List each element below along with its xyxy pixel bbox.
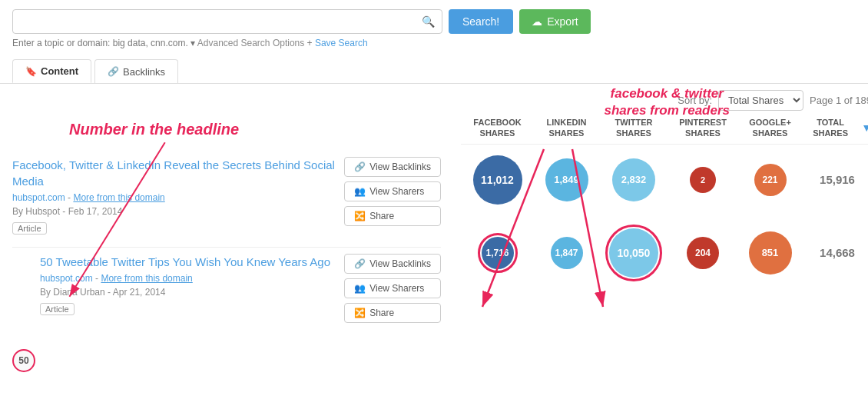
view-sharers-button[interactable]: 👥 View Sharers (344, 278, 441, 298)
total-share-value: 15,916 (820, 173, 855, 186)
view-backlinks-button[interactable]: 🔗 View Backlinks (344, 254, 441, 274)
data-row: 11,012 1,849 2,832 2 221 15,916 (461, 151, 868, 209)
article-domain[interactable]: hubspot.com (12, 192, 65, 203)
search-input[interactable]: hubspot.com (12, 9, 442, 34)
article-byline: By Diana Urban - Apr 21, 2014 (40, 287, 336, 298)
share-button[interactable]: 🔀 Share (344, 206, 441, 226)
more-from-domain-link[interactable]: More from this domain (73, 192, 164, 203)
search-button[interactable]: Search! (449, 9, 513, 34)
col-header-total: TOTAL SHARES ▼ (803, 117, 868, 139)
facebook-highlight-ring: 1,716 (478, 233, 518, 273)
share-icon: 🔀 (354, 308, 366, 318)
advanced-search-link[interactable]: Advanced Search Options (197, 38, 304, 48)
sort-arrow-icon: ▼ (861, 121, 868, 135)
facebook-share-circle: 1,716 (482, 237, 514, 269)
tab-content[interactable]: 🔖 Content (12, 59, 91, 83)
page-info: Page 1 of 189 (810, 95, 868, 106)
pinterest-share-circle: 204 (687, 237, 719, 269)
article-row: Facebook, Twitter & LinkedIn Reveal the … (12, 92, 441, 235)
total-share-value: 14,668 (820, 246, 855, 259)
search-hint: Enter a topic or domain: big data, cnn.c… (12, 38, 188, 48)
facebook-share-circle: 11,012 (473, 155, 522, 205)
article-title[interactable]: Facebook, Twitter & LinkedIn Reveal the … (12, 157, 336, 189)
sort-label: Sort by: (678, 95, 712, 106)
search-icon: 🔍 (422, 15, 435, 28)
col-header-googleplus: GOOGLE+SHARES (737, 117, 803, 139)
pinterest-share-circle: 2 (690, 167, 716, 193)
sharers-icon: 👥 (354, 186, 366, 197)
data-row: 1,716 1,847 10,050 204 851 14,668 (461, 220, 868, 286)
view-backlinks-button[interactable]: 🔗 View Backlinks (344, 157, 441, 177)
col-header-linkedin: LINKEDINSHARES (534, 117, 599, 139)
tab-backlinks-label: Backlinks (123, 66, 165, 78)
column-headers: FACEBOOKSHARES LINKEDINSHARES TWITTERSHA… (461, 117, 868, 145)
col-header-twitter: TWITTERSHARES (599, 117, 668, 139)
col-header-pinterest: PINTERESTSHARES (668, 117, 737, 139)
article-tag: Article (12, 222, 47, 235)
share-button[interactable]: 🔀 Share (344, 303, 441, 323)
article-tag: Article (40, 303, 75, 315)
twitter-share-circle: 2,832 (612, 158, 655, 201)
twitter-share-circle: 10,050 (609, 228, 658, 278)
more-from-domain-link[interactable]: More from this domain (101, 273, 192, 284)
backlinks-icon: 🔗 (354, 258, 366, 269)
sort-select[interactable]: Total Shares (718, 90, 803, 111)
article-row: 50 Tweetable Twitter Tips You Wish You K… (12, 254, 441, 323)
tab-backlinks[interactable]: 🔗 Backlinks (94, 59, 178, 83)
googleplus-share-circle: 851 (749, 231, 792, 275)
export-button[interactable]: ☁ Export (519, 9, 590, 34)
export-cloud-icon: ☁ (532, 15, 542, 28)
linkedin-share-circle: 1,849 (545, 158, 588, 201)
save-search-link[interactable]: Save Search (315, 38, 368, 48)
number-highlight-circle: 50 (12, 349, 35, 372)
tab-content-label: Content (41, 65, 78, 77)
backlinks-tab-icon: 🔗 (108, 66, 119, 77)
backlinks-icon: 🔗 (354, 161, 366, 172)
article-byline: By Hubspot - Feb 17, 2014 (12, 206, 336, 217)
googleplus-share-circle: 221 (754, 164, 787, 196)
view-sharers-button[interactable]: 👥 View Sharers (344, 181, 441, 201)
sharers-icon: 👥 (354, 283, 366, 294)
content-tab-icon: 🔖 (25, 66, 37, 77)
share-icon: 🔀 (354, 211, 366, 221)
col-header-facebook: FACEBOOKSHARES (461, 117, 534, 139)
article-domain[interactable]: hubspot.com (40, 273, 93, 284)
twitter-highlight-ring: 10,050 (605, 225, 662, 281)
linkedin-share-circle: 1,847 (551, 237, 583, 269)
article-title[interactable]: 50 Tweetable Twitter Tips You Wish You K… (40, 254, 336, 270)
